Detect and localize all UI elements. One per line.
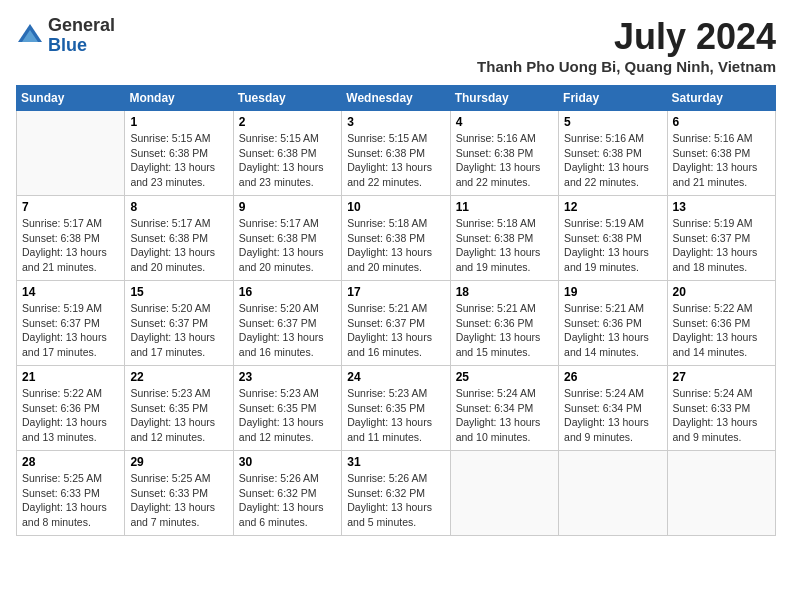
day-info: Sunrise: 5:21 AM Sunset: 6:36 PM Dayligh… [456, 301, 553, 360]
day-number: 15 [130, 285, 227, 299]
day-number: 2 [239, 115, 336, 129]
calendar-cell: 11Sunrise: 5:18 AM Sunset: 6:38 PM Dayli… [450, 196, 558, 281]
week-row-3: 14Sunrise: 5:19 AM Sunset: 6:37 PM Dayli… [17, 281, 776, 366]
day-info: Sunrise: 5:17 AM Sunset: 6:38 PM Dayligh… [130, 216, 227, 275]
calendar-cell: 24Sunrise: 5:23 AM Sunset: 6:35 PM Dayli… [342, 366, 450, 451]
day-info: Sunrise: 5:17 AM Sunset: 6:38 PM Dayligh… [239, 216, 336, 275]
logo-icon [16, 22, 44, 50]
calendar-cell: 17Sunrise: 5:21 AM Sunset: 6:37 PM Dayli… [342, 281, 450, 366]
calendar-table: SundayMondayTuesdayWednesdayThursdayFrid… [16, 85, 776, 536]
day-info: Sunrise: 5:16 AM Sunset: 6:38 PM Dayligh… [564, 131, 661, 190]
day-number: 26 [564, 370, 661, 384]
calendar-cell: 29Sunrise: 5:25 AM Sunset: 6:33 PM Dayli… [125, 451, 233, 536]
day-info: Sunrise: 5:20 AM Sunset: 6:37 PM Dayligh… [239, 301, 336, 360]
calendar-cell: 26Sunrise: 5:24 AM Sunset: 6:34 PM Dayli… [559, 366, 667, 451]
day-number: 31 [347, 455, 444, 469]
calendar-cell: 10Sunrise: 5:18 AM Sunset: 6:38 PM Dayli… [342, 196, 450, 281]
day-number: 29 [130, 455, 227, 469]
location-title: Thanh Pho Uong Bi, Quang Ninh, Vietnam [477, 58, 776, 75]
logo-blue-text: Blue [48, 36, 115, 56]
weekday-header-tuesday: Tuesday [233, 86, 341, 111]
day-number: 23 [239, 370, 336, 384]
calendar-cell: 27Sunrise: 5:24 AM Sunset: 6:33 PM Dayli… [667, 366, 775, 451]
week-row-4: 21Sunrise: 5:22 AM Sunset: 6:36 PM Dayli… [17, 366, 776, 451]
day-info: Sunrise: 5:24 AM Sunset: 6:34 PM Dayligh… [564, 386, 661, 445]
week-row-1: 1Sunrise: 5:15 AM Sunset: 6:38 PM Daylig… [17, 111, 776, 196]
week-row-2: 7Sunrise: 5:17 AM Sunset: 6:38 PM Daylig… [17, 196, 776, 281]
logo-general-text: General [48, 16, 115, 36]
page-header: General Blue July 2024 Thanh Pho Uong Bi… [16, 16, 776, 75]
day-info: Sunrise: 5:18 AM Sunset: 6:38 PM Dayligh… [347, 216, 444, 275]
month-title: July 2024 [477, 16, 776, 58]
day-number: 9 [239, 200, 336, 214]
day-number: 21 [22, 370, 119, 384]
day-number: 3 [347, 115, 444, 129]
day-number: 30 [239, 455, 336, 469]
day-number: 11 [456, 200, 553, 214]
day-info: Sunrise: 5:24 AM Sunset: 6:33 PM Dayligh… [673, 386, 770, 445]
day-number: 24 [347, 370, 444, 384]
calendar-cell: 22Sunrise: 5:23 AM Sunset: 6:35 PM Dayli… [125, 366, 233, 451]
day-number: 27 [673, 370, 770, 384]
day-info: Sunrise: 5:17 AM Sunset: 6:38 PM Dayligh… [22, 216, 119, 275]
day-number: 19 [564, 285, 661, 299]
logo: General Blue [16, 16, 115, 56]
calendar-cell [559, 451, 667, 536]
day-info: Sunrise: 5:26 AM Sunset: 6:32 PM Dayligh… [347, 471, 444, 530]
day-number: 10 [347, 200, 444, 214]
calendar-cell: 8Sunrise: 5:17 AM Sunset: 6:38 PM Daylig… [125, 196, 233, 281]
day-number: 1 [130, 115, 227, 129]
weekday-header-saturday: Saturday [667, 86, 775, 111]
day-info: Sunrise: 5:23 AM Sunset: 6:35 PM Dayligh… [347, 386, 444, 445]
weekday-header-row: SundayMondayTuesdayWednesdayThursdayFrid… [17, 86, 776, 111]
calendar-cell: 3Sunrise: 5:15 AM Sunset: 6:38 PM Daylig… [342, 111, 450, 196]
day-info: Sunrise: 5:23 AM Sunset: 6:35 PM Dayligh… [239, 386, 336, 445]
weekday-header-friday: Friday [559, 86, 667, 111]
weekday-header-wednesday: Wednesday [342, 86, 450, 111]
day-info: Sunrise: 5:16 AM Sunset: 6:38 PM Dayligh… [456, 131, 553, 190]
calendar-cell: 15Sunrise: 5:20 AM Sunset: 6:37 PM Dayli… [125, 281, 233, 366]
day-number: 22 [130, 370, 227, 384]
calendar-cell: 2Sunrise: 5:15 AM Sunset: 6:38 PM Daylig… [233, 111, 341, 196]
day-info: Sunrise: 5:25 AM Sunset: 6:33 PM Dayligh… [130, 471, 227, 530]
calendar-cell: 18Sunrise: 5:21 AM Sunset: 6:36 PM Dayli… [450, 281, 558, 366]
day-number: 25 [456, 370, 553, 384]
day-number: 12 [564, 200, 661, 214]
calendar-cell: 23Sunrise: 5:23 AM Sunset: 6:35 PM Dayli… [233, 366, 341, 451]
day-number: 4 [456, 115, 553, 129]
day-info: Sunrise: 5:15 AM Sunset: 6:38 PM Dayligh… [347, 131, 444, 190]
day-info: Sunrise: 5:26 AM Sunset: 6:32 PM Dayligh… [239, 471, 336, 530]
day-number: 17 [347, 285, 444, 299]
calendar-cell: 12Sunrise: 5:19 AM Sunset: 6:38 PM Dayli… [559, 196, 667, 281]
calendar-cell: 1Sunrise: 5:15 AM Sunset: 6:38 PM Daylig… [125, 111, 233, 196]
day-info: Sunrise: 5:24 AM Sunset: 6:34 PM Dayligh… [456, 386, 553, 445]
calendar-cell: 9Sunrise: 5:17 AM Sunset: 6:38 PM Daylig… [233, 196, 341, 281]
calendar-cell [667, 451, 775, 536]
calendar-cell: 16Sunrise: 5:20 AM Sunset: 6:37 PM Dayli… [233, 281, 341, 366]
calendar-cell: 6Sunrise: 5:16 AM Sunset: 6:38 PM Daylig… [667, 111, 775, 196]
calendar-cell: 25Sunrise: 5:24 AM Sunset: 6:34 PM Dayli… [450, 366, 558, 451]
calendar-cell [450, 451, 558, 536]
day-info: Sunrise: 5:21 AM Sunset: 6:37 PM Dayligh… [347, 301, 444, 360]
calendar-cell [17, 111, 125, 196]
day-info: Sunrise: 5:15 AM Sunset: 6:38 PM Dayligh… [130, 131, 227, 190]
day-info: Sunrise: 5:23 AM Sunset: 6:35 PM Dayligh… [130, 386, 227, 445]
day-info: Sunrise: 5:16 AM Sunset: 6:38 PM Dayligh… [673, 131, 770, 190]
day-number: 28 [22, 455, 119, 469]
day-info: Sunrise: 5:19 AM Sunset: 6:38 PM Dayligh… [564, 216, 661, 275]
day-info: Sunrise: 5:21 AM Sunset: 6:36 PM Dayligh… [564, 301, 661, 360]
calendar-cell: 14Sunrise: 5:19 AM Sunset: 6:37 PM Dayli… [17, 281, 125, 366]
calendar-cell: 13Sunrise: 5:19 AM Sunset: 6:37 PM Dayli… [667, 196, 775, 281]
weekday-header-sunday: Sunday [17, 86, 125, 111]
title-block: July 2024 Thanh Pho Uong Bi, Quang Ninh,… [477, 16, 776, 75]
day-info: Sunrise: 5:18 AM Sunset: 6:38 PM Dayligh… [456, 216, 553, 275]
calendar-cell: 28Sunrise: 5:25 AM Sunset: 6:33 PM Dayli… [17, 451, 125, 536]
day-info: Sunrise: 5:25 AM Sunset: 6:33 PM Dayligh… [22, 471, 119, 530]
day-info: Sunrise: 5:19 AM Sunset: 6:37 PM Dayligh… [673, 216, 770, 275]
calendar-cell: 7Sunrise: 5:17 AM Sunset: 6:38 PM Daylig… [17, 196, 125, 281]
day-number: 6 [673, 115, 770, 129]
day-number: 7 [22, 200, 119, 214]
calendar-cell: 4Sunrise: 5:16 AM Sunset: 6:38 PM Daylig… [450, 111, 558, 196]
calendar-cell: 5Sunrise: 5:16 AM Sunset: 6:38 PM Daylig… [559, 111, 667, 196]
day-info: Sunrise: 5:20 AM Sunset: 6:37 PM Dayligh… [130, 301, 227, 360]
